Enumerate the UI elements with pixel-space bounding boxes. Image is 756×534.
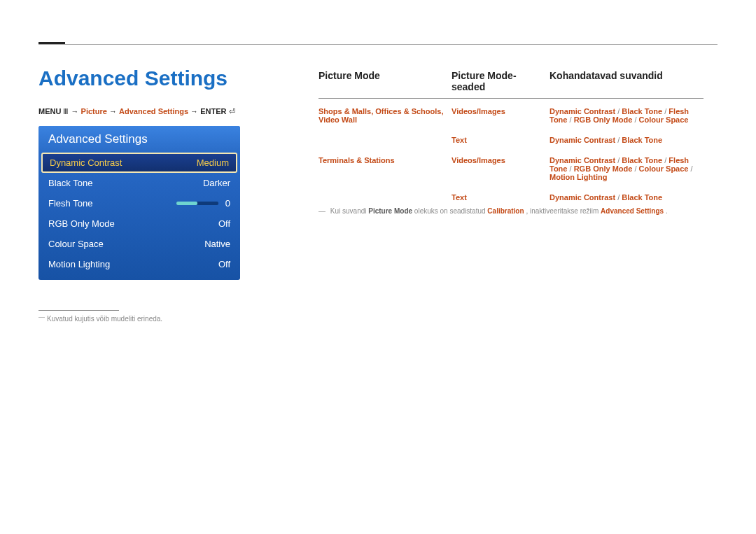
table-row: Shops & Malls, Offices & Schools, Video …	[318, 104, 704, 132]
osd-label: Colour Space	[48, 239, 104, 249]
breadcrumb: MENU Ⅲ → Picture → Advanced Settings → E…	[38, 107, 235, 116]
osd-label: Dynamic Contrast	[50, 157, 122, 168]
osd-title: Advanced Settings	[38, 126, 240, 153]
osd-value: Darker	[203, 178, 230, 188]
fn2-adv: Advanced Settings	[601, 207, 664, 215]
table-divider	[318, 98, 704, 99]
enter-icon: ⏎	[229, 107, 235, 115]
osd-row-rgb-only-mode[interactable]: RGB Only ModeOff	[38, 213, 240, 234]
fn2-mid2: , inaktiveeritakse režiim	[526, 207, 601, 215]
osd-value: 0	[176, 198, 230, 209]
crumb-menu: MENU	[38, 107, 61, 115]
fn2-end: .	[666, 207, 668, 215]
osd-value: Medium	[197, 157, 229, 168]
options-table: Picture Mode Picture Mode-seaded Kohanda…	[318, 70, 704, 210]
cell-seaded: Videos/Images	[451, 107, 550, 124]
crumb-arrow-2: →	[109, 107, 117, 115]
table-row: TextDynamic Contrast / Black Tone	[318, 132, 704, 153]
footnote-dash: ―	[318, 207, 326, 215]
fn2-cal: Calibration	[487, 207, 524, 215]
fn2-pm: Picture Mode	[368, 207, 412, 215]
menu-icon: Ⅲ	[63, 107, 71, 115]
th-picture-mode: Picture Mode	[318, 70, 451, 92]
crumb-arrow-3: →	[190, 107, 198, 115]
cell-picture-mode: Terminals & Stations	[318, 156, 451, 181]
cell-picture-mode	[318, 136, 451, 144]
cell-picture-mode	[318, 193, 451, 202]
osd-value: Off	[218, 218, 230, 229]
cell-suvandid: Dynamic Contrast / Black Tone	[550, 193, 704, 202]
cell-suvandid: Dynamic Contrast / Black Tone / Flesh To…	[550, 107, 704, 124]
table-header-row: Picture Mode Picture Mode-seaded Kohanda…	[318, 70, 704, 98]
fn2-mid: olekuks on seadistatud	[414, 207, 488, 215]
th-kohandatavad: Kohandatavad suvandid	[550, 70, 704, 92]
footnote-divider	[38, 310, 119, 311]
osd-row-flesh-tone[interactable]: Flesh Tone0	[38, 193, 240, 213]
osd-panel: Advanced Settings Dynamic ContrastMedium…	[38, 126, 240, 280]
cell-suvandid: Dynamic Contrast / Black Tone / Flesh To…	[550, 156, 704, 181]
th-picture-mode-seaded: Picture Mode-seaded	[451, 70, 550, 92]
footnote-left-text: Kuvatud kujutis võib mudeliti erineda.	[38, 315, 162, 323]
cell-picture-mode: Shops & Malls, Offices & Schools, Video …	[318, 107, 451, 124]
crumb-arrow-1: →	[71, 107, 79, 115]
osd-value: Off	[218, 259, 230, 269]
osd-row-dynamic-contrast[interactable]: Dynamic ContrastMedium	[41, 153, 237, 173]
crumb-enter: ENTER	[200, 107, 226, 115]
slider[interactable]	[176, 202, 218, 205]
table-row: Terminals & StationsVideos/ImagesDynamic…	[318, 153, 704, 190]
osd-row-colour-space[interactable]: Colour SpaceNative	[38, 234, 240, 254]
fn2-pre: Kui suvandi	[330, 207, 368, 215]
osd-value: Native	[204, 239, 230, 249]
osd-label: Flesh Tone	[48, 198, 92, 209]
footnote-left: Kuvatud kujutis võib mudeliti erineda.	[38, 315, 162, 323]
cell-suvandid: Dynamic Contrast / Black Tone	[550, 136, 704, 144]
crumb-advanced: Advanced Settings	[119, 107, 188, 115]
cell-seaded: Videos/Images	[451, 156, 550, 181]
page-title: Advanced Settings	[38, 66, 227, 90]
osd-label: Black Tone	[48, 178, 92, 188]
table-body: Shops & Malls, Offices & Schools, Video …	[318, 104, 704, 210]
osd-row-black-tone[interactable]: Black ToneDarker	[38, 173, 240, 193]
crumb-picture: Picture	[81, 107, 107, 115]
footnote-right: ― Kui suvandi Picture Mode olekuks on se…	[318, 207, 668, 215]
cell-seaded: Text	[451, 193, 550, 202]
top-divider	[38, 44, 718, 45]
osd-label: RGB Only Mode	[48, 218, 115, 229]
osd-label: Motion Lighting	[48, 259, 110, 269]
osd-row-motion-lighting[interactable]: Motion LightingOff	[38, 254, 240, 274]
cell-seaded: Text	[451, 136, 550, 144]
osd-body: Dynamic ContrastMediumBlack ToneDarkerFl…	[38, 153, 240, 274]
